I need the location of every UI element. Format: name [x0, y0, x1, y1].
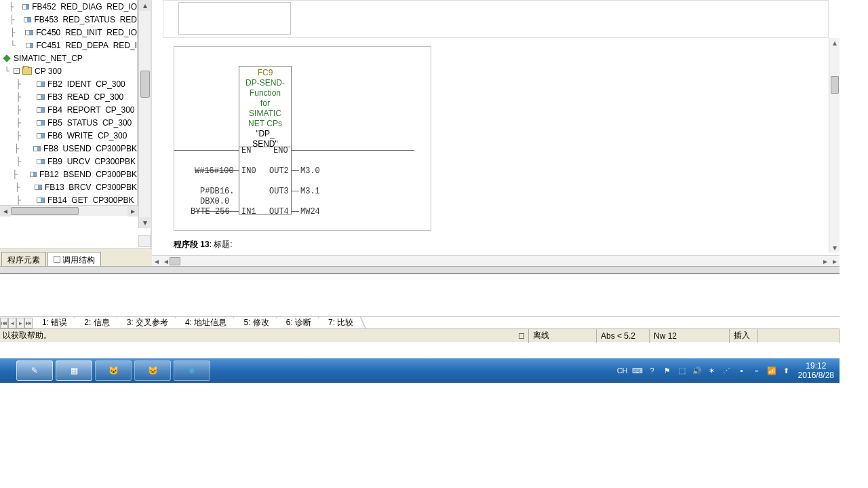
block-icon — [22, 4, 30, 10]
block-icon — [37, 198, 45, 203]
output-tabs: ⏮ ◂ ▸ ⏭ 1: 错误 2: 信息 3: 交叉参考 4: 地址信息 5: 修… — [0, 316, 840, 329]
tree-group[interactable]: SIMATIC_NET_CP — [0, 52, 137, 64]
tree-item[interactable]: ├FB453 RED_STATUS RED — [0, 13, 137, 26]
tree-item[interactable]: ├FB4 REPORT CP_300 — [0, 103, 137, 116]
tab-errors[interactable]: 1: 错误 — [33, 317, 75, 329]
tree-item[interactable]: ├FB3 READ CP_300 — [0, 90, 137, 103]
ladder-editor: FC9 DP-SEND- Function for SIMATIC NET CP… — [152, 0, 840, 266]
operand-out4[interactable]: MW24 — [300, 207, 320, 217]
operand-in0[interactable]: W#16#100 — [195, 166, 234, 176]
taskbar-app-button[interactable]: ▦ — [56, 360, 92, 381]
wire — [291, 170, 299, 171]
tray-flag-icon[interactable]: ⚑ — [662, 365, 673, 376]
splitter-bar[interactable] — [0, 266, 840, 274]
tab-call-structure[interactable]: 调用结构 — [47, 252, 101, 267]
tray-sync-icon[interactable]: ✶ — [707, 365, 717, 376]
taskbar-app-button[interactable]: 🐱 — [134, 360, 171, 381]
tray-app-icon[interactable]: ▪ — [736, 365, 747, 376]
scroll-thumb[interactable] — [140, 71, 150, 98]
tab-program-elements[interactable]: 程序元素 — [1, 252, 46, 267]
tree-item[interactable]: ├FB8 USEND CP300PBK — [0, 142, 137, 155]
editor-vscrollbar[interactable]: ▴ ▾ — [829, 38, 840, 252]
tree-item[interactable]: ├FB2 IDENT CP_300 — [0, 77, 137, 90]
resize-grip[interactable] — [138, 235, 151, 247]
pin-out2: OUT2 — [269, 166, 289, 176]
scroll-down-icon[interactable]: ▾ — [829, 243, 840, 252]
tab-nav-last[interactable]: ⏭ — [24, 318, 33, 329]
operand-out2[interactable]: M3.0 — [300, 166, 320, 176]
block-tree[interactable]: ├FB452 RED_DIAG RED_IO ├FB453 RED_STATUS… — [0, 0, 138, 205]
scroll-left-icon[interactable]: ◂ — [0, 206, 11, 217]
block-icon — [26, 43, 34, 48]
network-canvas[interactable]: FC9 DP-SEND- Function for SIMATIC NET CP… — [163, 41, 840, 254]
scroll-left-icon[interactable]: ◂ — [152, 256, 161, 267]
block-icon — [25, 30, 33, 35]
app-icon: ✎ — [31, 366, 38, 375]
scroll-right-icon[interactable]: ▸ — [127, 206, 138, 217]
tab-nav-first[interactable]: ⏮ — [0, 318, 8, 329]
tab-nav-next[interactable]: ▸ — [16, 318, 24, 329]
tray-network-icon[interactable]: ⬚ — [677, 365, 688, 376]
tree-item[interactable]: ├FB9 URCV CP300PBK — [0, 155, 137, 168]
wire — [291, 211, 299, 212]
block-icon — [37, 107, 45, 113]
editor-hscrollbar[interactable]: ◂ ◂ ▸ ▸ — [152, 255, 840, 266]
scroll-thumb[interactable] — [170, 257, 180, 265]
network-title[interactable]: 程序段 13: 标题: — [174, 239, 233, 250]
tree-item[interactable]: ├FB5 STATUS CP_300 — [0, 116, 137, 129]
function-block[interactable]: FC9 DP-SEND- Function for SIMATIC NET CP… — [239, 66, 292, 147]
scroll-thumb[interactable] — [831, 76, 839, 94]
tray-help-icon[interactable]: ? — [647, 365, 658, 376]
block-icon — [37, 94, 45, 100]
scroll-up-icon[interactable]: ▴ — [829, 38, 840, 48]
taskbar-app-button[interactable]: 🐱 — [95, 360, 132, 381]
status-connection: 离线 — [529, 329, 597, 343]
tray-keyboard-icon[interactable]: ⌨ — [632, 365, 643, 376]
ie-icon: e — [190, 366, 195, 375]
fb-title: FC9 — [239, 68, 291, 78]
pin-in0: IN0 — [241, 166, 256, 176]
collapse-icon[interactable]: - — [14, 68, 20, 74]
operand-in1-line2[interactable]: DBX0.0 — [200, 197, 229, 206]
tree-vscrollbar[interactable]: ▴ ▾ — [138, 0, 151, 228]
operand-out3[interactable]: M3.1 — [300, 187, 320, 196]
scroll-right-icon[interactable]: ▸ — [830, 256, 840, 267]
taskbar-app-button[interactable]: ✎ — [16, 360, 53, 381]
pin-en: EN — [241, 146, 251, 155]
tree-code: FB452 — [32, 2, 56, 12]
start-button[interactable] — [1, 360, 11, 381]
tree-subgroup[interactable]: └-CP 300 — [0, 64, 137, 77]
ime-indicator[interactable]: CH — [617, 365, 628, 376]
tree-item[interactable]: ├FB6 WRITE CP_300 — [0, 129, 137, 142]
tray-clock[interactable]: 19:12 2016/8/28 — [798, 361, 834, 380]
tab-crossref[interactable]: 3: 交叉参考 — [117, 317, 176, 329]
tree-item[interactable]: ├FB14 GET CP300PBK — [0, 193, 137, 205]
tab-address[interactable]: 4: 地址信息 — [176, 317, 234, 329]
scroll-thumb[interactable] — [11, 207, 79, 215]
scroll-right-icon[interactable]: ▸ — [821, 256, 830, 267]
tree-item[interactable]: ├FB12 BSEND CP300PBK — [0, 168, 137, 181]
tab-info[interactable]: 2: 信息 — [75, 317, 117, 329]
operand-in1-line1[interactable]: P#DB16. — [200, 187, 234, 196]
operand-in1-line3[interactable]: BYTE 256 — [191, 207, 230, 217]
tree-item[interactable]: └FC451 RED_DEPA RED_I — [0, 39, 137, 52]
tray-updates-icon[interactable]: ⬆ — [781, 365, 792, 376]
scroll-up-icon[interactable]: ▴ — [139, 0, 151, 11]
tree-item[interactable]: ├FB13 BRCV CP300PBK — [0, 181, 137, 193]
tray-volume-icon[interactable]: 🔊 — [692, 365, 703, 376]
scroll-down-icon[interactable]: ▾ — [139, 217, 151, 228]
tab-nav-prev[interactable]: ◂ — [8, 318, 16, 329]
tray-signal-icon[interactable]: 📶 — [766, 365, 777, 376]
taskbar-ie-button[interactable]: e — [174, 360, 210, 381]
tree-item[interactable]: ├FC450 RED_INIT RED_IO — [0, 26, 137, 39]
tab-diagnostic[interactable]: 6: 诊断 — [277, 317, 319, 329]
tree-item[interactable]: ├FB452 RED_DIAG RED_IO — [0, 0, 137, 13]
tab-compare[interactable]: 7: 比较 — [319, 317, 361, 329]
tray-app-icon[interactable]: ⋰ — [722, 365, 732, 376]
pin-out3: OUT3 — [269, 187, 289, 196]
tab-modify[interactable]: 5: 修改 — [234, 317, 276, 329]
tray-app-icon[interactable]: ▫ — [751, 365, 762, 376]
pin-eno: ENO — [273, 146, 288, 155]
status-indicator — [495, 329, 529, 343]
tree-hscrollbar[interactable]: ◂ ▸ — [0, 205, 138, 216]
